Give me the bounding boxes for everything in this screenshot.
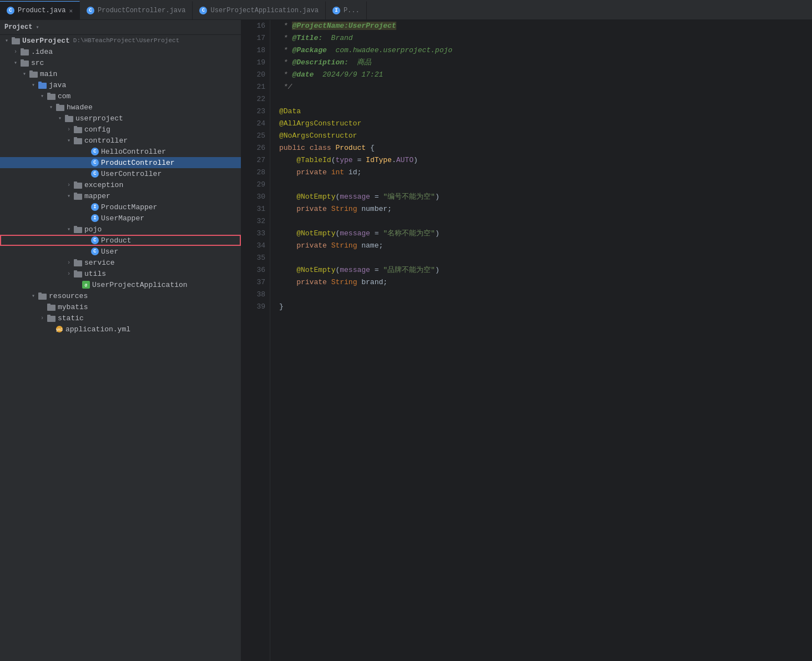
tab-label-2: ProductController.java <box>98 7 185 14</box>
userproject-pkg-label: userproject <box>75 114 123 123</box>
tree-item-config[interactable]: config <box>0 124 241 135</box>
folder-icon-resources <box>38 292 47 300</box>
code-line-18: * @Package com.hwadee.userproject.pojo <box>279 44 812 57</box>
folder-icon-userproject-pkg <box>64 114 73 122</box>
tree-item-userproject-pkg[interactable]: userproject <box>0 113 241 124</box>
arrow-hello <box>82 147 91 156</box>
yml-label: application.yml <box>65 325 130 334</box>
service-label: service <box>84 259 115 267</box>
arrow-pojo <box>64 225 73 234</box>
code-line-37: private String brand; <box>279 276 812 289</box>
hwadee-label: hwadee <box>67 103 93 112</box>
tree-item-mybatis[interactable]: mybatis <box>0 301 241 312</box>
static-label: static <box>58 314 84 322</box>
tree-item-exception[interactable]: exception <box>0 179 241 190</box>
tab-product-java[interactable]: C Product.java ✕ <box>0 1 80 19</box>
tree-item-pojo[interactable]: pojo <box>0 224 241 235</box>
folder-icon-hwadee <box>56 103 64 111</box>
folder-icon-controller <box>73 137 82 144</box>
arrow-static <box>38 314 47 322</box>
arrow-product-controller <box>82 158 91 167</box>
arrow-yml <box>47 325 56 334</box>
arrow-mybatis <box>38 302 47 311</box>
svg-rect-9 <box>38 82 42 84</box>
svg-rect-3 <box>21 48 24 51</box>
sidebar-header: Project ▾ <box>0 20 241 35</box>
tree-item-static[interactable]: static <box>0 312 241 324</box>
code-line-25: @NoArgsConstructor <box>279 130 812 142</box>
arrow-utils <box>64 269 73 278</box>
tree-item-java[interactable]: java <box>0 79 241 90</box>
line-numbers: 16 17 18 19 20 21 22 23 24 25 26 27 28 2… <box>241 20 270 661</box>
tree-item-com[interactable]: com <box>0 90 241 102</box>
tab-i-icon: I <box>332 7 340 14</box>
svg-rect-23 <box>74 193 77 195</box>
code-line-35 <box>279 252 812 264</box>
svg-rect-27 <box>74 259 77 261</box>
code-lines-content: * @ProjectName:UserProject * @Title: Bra… <box>270 20 812 661</box>
arrow-controller <box>64 136 73 145</box>
src-label: src <box>31 59 44 67</box>
file-badge-user-controller: C <box>91 170 99 178</box>
arrow-userproject-pkg <box>56 114 64 123</box>
arrow-idea <box>11 47 20 56</box>
arrow-java <box>29 80 38 89</box>
tree-item-controller[interactable]: controller <box>0 135 241 146</box>
tree-item-user-controller[interactable]: C UserController <box>0 168 241 179</box>
tree-item-user[interactable]: C User <box>0 246 241 257</box>
tree-item-utils[interactable]: utils <box>0 268 241 279</box>
folder-icon-service <box>73 259 82 266</box>
tree-item-userproject[interactable]: UserProject D:\HBTeachProject\UserProjec… <box>0 35 241 46</box>
svg-rect-15 <box>65 115 68 117</box>
code-line-27: @TableId(type = IdType.AUTO) <box>279 154 812 166</box>
tree-item-userproject-app[interactable]: @ UserProjectApplication <box>0 279 241 290</box>
code-line-32 <box>279 215 812 228</box>
tree-item-mapper[interactable]: mapper <box>0 190 241 201</box>
folder-icon-com <box>47 92 56 100</box>
tree-item-resources[interactable]: resources <box>0 290 241 301</box>
folder-icon-mapper <box>73 192 82 200</box>
folder-icon-src <box>20 59 29 67</box>
arrow-user <box>82 247 91 256</box>
tree-item-main[interactable]: main <box>0 68 241 79</box>
mapper-label: mapper <box>84 192 110 200</box>
folder-icon-userproject <box>11 37 20 44</box>
code-line-24: @AllArgsConstructor <box>279 118 812 130</box>
tree-item-src[interactable]: src <box>0 57 241 68</box>
tree-item-hello-controller[interactable]: C HelloController <box>0 146 241 157</box>
tab-product-controller-java[interactable]: C ProductController.java <box>80 1 193 19</box>
file-badge-product-controller: C <box>91 159 99 166</box>
code-line-23: @Data <box>279 105 812 118</box>
svg-rect-5 <box>21 59 24 62</box>
tree-item-user-mapper[interactable]: I UserMapper <box>0 213 241 224</box>
svg-rect-1 <box>12 37 15 39</box>
tree-item-idea[interactable]: .idea <box>0 46 241 57</box>
arrow-product-mapper <box>82 203 91 211</box>
tree-item-application-yml[interactable]: yml application.yml <box>0 324 241 335</box>
tree-item-product[interactable]: C Product <box>0 235 241 246</box>
tree-item-service[interactable]: service <box>0 257 241 268</box>
folder-icon-pojo <box>73 225 82 233</box>
tree-item-product-mapper[interactable]: I ProductMapper <box>0 201 241 213</box>
file-badge-user: C <box>91 248 99 255</box>
arrow-com <box>38 92 47 100</box>
arrow-userproject <box>2 36 11 45</box>
tab-c-icon-2: C <box>87 7 94 14</box>
folder-icon-mybatis <box>47 303 56 311</box>
code-line-33: @NotEmpty(message = "名称不能为空") <box>279 228 812 240</box>
sidebar[interactable]: Project ▾ UserProject D:\HBTeachProject\… <box>0 20 241 661</box>
tab-label-4: P... <box>344 7 360 14</box>
arrow-main <box>20 69 29 78</box>
code-line-26: public class Product { <box>279 142 812 154</box>
folder-icon-java <box>38 81 47 89</box>
file-badge-hello: C <box>91 148 99 155</box>
arrow-userproject-app <box>73 280 82 289</box>
exception-label: exception <box>84 181 123 189</box>
tab-user-project-app[interactable]: C UserProjectApplication.java <box>193 1 325 19</box>
tree-item-hwadee[interactable]: hwadee <box>0 102 241 113</box>
tab-close-button[interactable]: ✕ <box>69 7 73 14</box>
tab-p[interactable]: I P... <box>326 1 367 19</box>
userproject-app-label: UserProjectApplication <box>92 281 188 289</box>
tree-item-product-controller[interactable]: C ProductController <box>0 157 241 168</box>
file-badge-product-mapper: I <box>91 203 99 211</box>
